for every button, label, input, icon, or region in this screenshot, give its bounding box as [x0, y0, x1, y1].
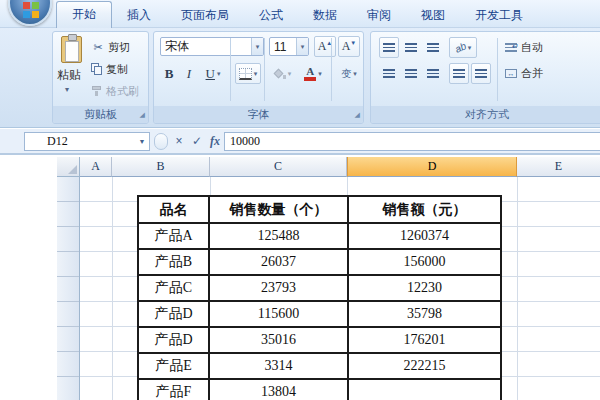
header-sales-amount[interactable]: 销售额（元） — [348, 196, 501, 223]
cell-product[interactable]: 产品F — [138, 379, 209, 400]
header-product-name[interactable]: 品名 — [138, 196, 209, 223]
column-header-e[interactable]: E — [517, 157, 600, 177]
border-button[interactable]: ▾ — [235, 63, 261, 84]
cancel-entry-button[interactable]: × — [170, 132, 188, 151]
italic-button[interactable]: I — [180, 63, 198, 84]
tab-home[interactable]: 开始 — [56, 1, 112, 28]
header-sales-quantity[interactable]: 销售数量（个） — [209, 196, 348, 223]
insert-function-button[interactable]: fx — [206, 132, 224, 151]
merge-center-button[interactable]: ↔ 合并 — [505, 64, 543, 82]
shrink-font-button[interactable]: A▼ — [338, 36, 360, 57]
cell-quantity[interactable]: 125488 — [209, 223, 348, 249]
name-box[interactable]: D12 ▼ — [24, 132, 150, 151]
font-size-combo[interactable]: 11 ▾ — [269, 37, 309, 56]
tab-review[interactable]: 审阅 — [352, 2, 406, 28]
paste-dropdown-icon[interactable]: ▾ — [65, 85, 69, 94]
format-painter-label: 格式刷 — [106, 84, 139, 99]
tab-insert[interactable]: 插入 — [112, 2, 166, 28]
select-all-corner[interactable] — [57, 157, 80, 177]
phonetic-button[interactable]: 变 ▾ — [335, 63, 363, 84]
bold-icon: B — [165, 66, 174, 82]
fill-color-button[interactable]: ▾ — [268, 63, 296, 84]
cell-product[interactable]: 产品E — [138, 353, 209, 379]
font-separator-3 — [331, 38, 332, 101]
paste-button[interactable]: 粘贴 ▾ — [53, 35, 90, 105]
ribbon: 粘贴 ▾ ✂ 剪切 复制 格式刷 剪贴板 ◢ 宋体 — [0, 28, 600, 128]
cell-product[interactable]: 产品D — [138, 301, 209, 327]
tab-developer[interactable]: 开发工具 — [460, 2, 538, 28]
align-bottom-button[interactable] — [423, 37, 443, 58]
fill-color-dropdown-icon[interactable]: ▾ — [288, 70, 292, 78]
align-top-button[interactable] — [379, 37, 399, 58]
cell-quantity[interactable]: 23793 — [209, 275, 348, 301]
cell-product[interactable]: 产品B — [138, 249, 209, 275]
bold-button[interactable]: B — [160, 63, 178, 84]
copy-button[interactable]: 复制 — [91, 60, 128, 78]
font-name-value: 宋体 — [161, 38, 251, 55]
row-header-strip[interactable] — [57, 177, 80, 400]
cell-amount[interactable]: 35798 — [348, 301, 501, 327]
cell-quantity[interactable]: 115600 — [209, 301, 348, 327]
tab-data[interactable]: 数据 — [298, 2, 352, 28]
cell-product[interactable]: 产品A — [138, 223, 209, 249]
spreadsheet-grid: A B C D E 品名 销售数量（个） 销售额（元） 产品A 125488 1… — [0, 157, 600, 400]
cell-quantity[interactable]: 35016 — [209, 327, 348, 353]
phonetic-dropdown-icon[interactable]: ▾ — [353, 70, 357, 78]
cell-amount[interactable]: 156000 — [348, 249, 501, 275]
tab-view[interactable]: 视图 — [406, 2, 460, 28]
alignment-group: ab ▾ 自动 ↔ — [370, 31, 600, 124]
formula-input[interactable]: 10000 — [224, 132, 600, 151]
tab-formulas[interactable]: 公式 — [244, 2, 298, 28]
font-name-dropdown-icon[interactable]: ▾ — [251, 38, 263, 55]
align-middle-icon — [405, 43, 417, 52]
office-logo-red — [23, 2, 30, 9]
underline-button[interactable]: U ▾ — [200, 63, 226, 84]
font-dialog-launcher-icon[interactable]: ◢ — [350, 110, 360, 120]
enter-entry-button[interactable]: ✓ — [188, 132, 206, 151]
decrease-indent-button[interactable] — [449, 63, 469, 84]
cut-button[interactable]: ✂ 剪切 — [91, 38, 130, 56]
cell-product[interactable]: 产品D — [138, 327, 209, 353]
orientation-dropdown-icon[interactable]: ▾ — [468, 44, 472, 52]
tab-page-layout[interactable]: 页面布局 — [166, 2, 244, 28]
align-right-button[interactable] — [423, 63, 443, 84]
font-name-combo[interactable]: 宋体 ▾ — [160, 37, 264, 56]
font-color-dropdown-icon[interactable]: ▾ — [318, 70, 322, 78]
cell-quantity[interactable]: 26037 — [209, 249, 348, 275]
cell-amount[interactable]: 1260374 — [348, 223, 501, 249]
cell-amount[interactable]: 222215 — [348, 353, 501, 379]
clipboard-group-label: 剪贴板 — [53, 106, 148, 123]
increase-indent-icon — [475, 69, 487, 78]
border-dropdown-icon[interactable]: ▾ — [254, 70, 258, 78]
column-header-b[interactable]: B — [112, 157, 210, 177]
cell-product[interactable]: 产品C — [138, 275, 209, 301]
wrap-text-icon — [505, 43, 517, 52]
table-row: 产品D 115600 35798 — [138, 301, 501, 327]
office-button[interactable] — [8, 0, 52, 26]
cell-quantity[interactable]: 3314 — [209, 353, 348, 379]
column-header-c[interactable]: C — [210, 157, 347, 177]
phonetic-icon: 变 — [341, 67, 351, 81]
align-middle-button[interactable] — [401, 37, 421, 58]
font-size-dropdown-icon[interactable]: ▾ — [296, 38, 308, 55]
align-center-button[interactable] — [401, 63, 421, 84]
align-left-button[interactable] — [379, 63, 399, 84]
font-color-button[interactable]: A ▾ — [298, 63, 328, 84]
cell-active-d12[interactable] — [348, 379, 501, 400]
orientation-button[interactable]: ab ▾ — [449, 37, 477, 58]
grow-font-button[interactable]: A▲ — [314, 36, 336, 57]
wrap-text-button[interactable]: 自动 — [505, 38, 543, 56]
column-header-d-selected[interactable]: D — [347, 157, 517, 177]
office-logo-blue — [23, 11, 30, 18]
font-group-label: 字体 — [154, 106, 363, 123]
format-painter-button[interactable]: 格式刷 — [91, 82, 139, 100]
border-icon — [239, 68, 252, 80]
column-header-a[interactable]: A — [80, 157, 112, 177]
clipboard-dialog-launcher-icon[interactable]: ◢ — [135, 110, 145, 120]
increase-indent-button[interactable] — [471, 63, 491, 84]
cell-amount[interactable]: 176201 — [348, 327, 501, 353]
underline-dropdown-icon[interactable]: ▾ — [217, 70, 221, 78]
cell-amount[interactable]: 12230 — [348, 275, 501, 301]
name-box-dropdown-icon[interactable]: ▼ — [135, 138, 149, 146]
cell-quantity[interactable]: 13804 — [209, 379, 348, 400]
